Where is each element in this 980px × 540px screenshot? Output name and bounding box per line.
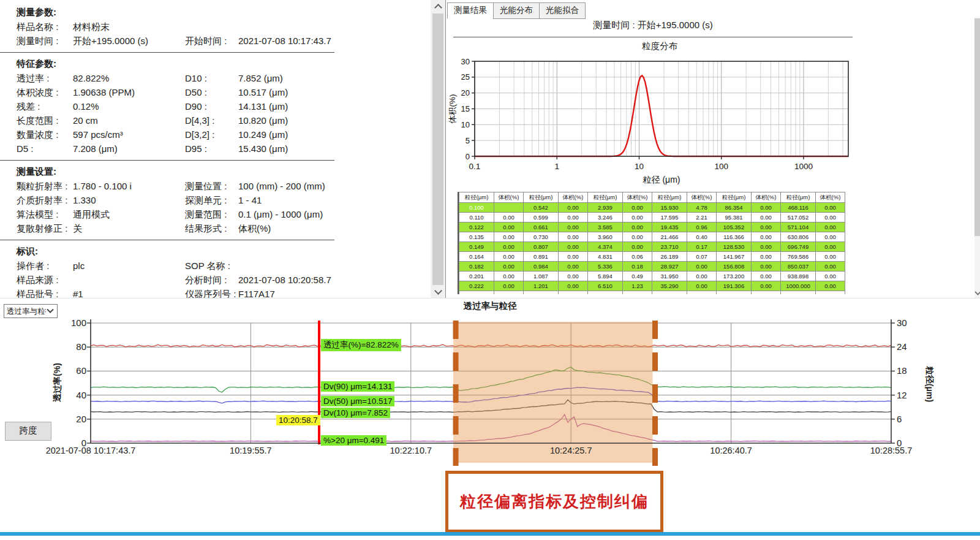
tab-测量结果[interactable]: 测量结果	[447, 2, 494, 19]
table-cell[interactable]: 0.00	[494, 272, 524, 281]
table-cell[interactable]: 850.037	[781, 262, 816, 272]
table-cell[interactable]: 0.00	[494, 291, 524, 295]
table-cell[interactable]: 0.00	[559, 272, 588, 281]
table-cell[interactable]: 0.00	[559, 281, 588, 291]
table-cell[interactable]: 0.00	[752, 272, 781, 281]
table-cell[interactable]: 0.00	[752, 252, 781, 262]
table-cell[interactable]: 0.201	[459, 272, 494, 281]
span-button[interactable]: 跨度	[5, 422, 51, 441]
table-cell[interactable]: 696.749	[781, 242, 816, 252]
table-cell[interactable]: 0.06	[623, 252, 652, 262]
table-cell[interactable]: 141.967	[717, 252, 752, 262]
table-cell[interactable]: 0.00	[752, 281, 781, 291]
table-cell[interactable]: 630.806	[781, 232, 816, 242]
table-cell[interactable]: 0.00	[494, 242, 524, 252]
table-cell[interactable]: 0.00	[816, 262, 845, 272]
table-cell[interactable]: 0.00	[816, 222, 845, 232]
table-cell[interactable]: 2.21	[687, 213, 717, 222]
table-cell[interactable]: 35.290	[652, 281, 687, 291]
table-cell[interactable]: 211.305	[717, 291, 752, 295]
table-cell[interactable]: 19.435	[652, 222, 687, 232]
tab-光能分布[interactable]: 光能分布	[493, 2, 540, 19]
table-cell[interactable]: 0.40	[687, 232, 717, 242]
table-cell[interactable]: 15.930	[652, 203, 687, 213]
table-cell[interactable]: 26.189	[652, 252, 687, 262]
table-cell[interactable]: 21.466	[652, 232, 687, 242]
table-cell[interactable]: 0.661	[524, 222, 559, 232]
table-cell[interactable]: 0.96	[687, 222, 717, 232]
highlight-region[interactable]	[453, 322, 652, 463]
table-cell[interactable]: 0.00	[494, 262, 524, 272]
scrollbar-thumb[interactable]	[974, 18, 980, 236]
table-cell[interactable]: 0.100	[459, 203, 494, 213]
table-cell[interactable]	[494, 203, 524, 213]
table-cell[interactable]: 0.891	[524, 252, 559, 262]
table-cell[interactable]: 0.164	[459, 252, 494, 262]
table-cell[interactable]: 156.808	[717, 262, 752, 272]
table-cell[interactable]: 0.00	[687, 281, 717, 291]
table-cell[interactable]: 0.222	[459, 281, 494, 291]
table-cell[interactable]: 0.00	[559, 262, 588, 272]
table-cell[interactable]: 0.00	[752, 291, 781, 295]
table-cell[interactable]: 0.00	[494, 252, 524, 262]
table-cell[interactable]: 468.116	[781, 203, 816, 213]
table-cell[interactable]: 4.374	[588, 242, 623, 252]
table-cell[interactable]: 1.326	[524, 291, 559, 295]
table-cell[interactable]: 4.831	[588, 252, 623, 262]
scroll-up-icon[interactable]	[434, 4, 442, 12]
table-cell[interactable]: 5.894	[588, 272, 623, 281]
table-cell[interactable]: 0.542	[524, 203, 559, 213]
table-cell[interactable]: 0.135	[459, 232, 494, 242]
table-cell[interactable]: 0.00	[494, 213, 524, 222]
table-cell[interactable]: 28.927	[652, 262, 687, 272]
table-cell[interactable]: 0.00	[623, 242, 652, 252]
table-cell[interactable]: 0.00	[494, 222, 524, 232]
table-cell[interactable]: 0.00	[816, 281, 845, 291]
table-cell[interactable]: 0.149	[459, 242, 494, 252]
table-cell[interactable]: 0.00	[752, 242, 781, 252]
table-cell[interactable]: 0.00	[559, 213, 588, 222]
scrollbar-thumb[interactable]	[432, 13, 443, 285]
table-cell[interactable]: 7.191	[588, 291, 623, 295]
table-cell[interactable]: 128.530	[717, 242, 752, 252]
table-cell[interactable]: 0.00	[623, 203, 652, 213]
table-cell[interactable]: 0.00	[559, 222, 588, 232]
table-cell[interactable]: 23.710	[652, 242, 687, 252]
table-cell[interactable]: 0.807	[524, 242, 559, 252]
scroll-down-icon[interactable]	[434, 287, 442, 295]
table-cell[interactable]: 938.898	[781, 272, 816, 281]
table-cell[interactable]: 0.00	[687, 291, 717, 295]
table-cell[interactable]: 86.354	[717, 203, 752, 213]
table-cell[interactable]: 0.00	[816, 272, 845, 281]
table-cell[interactable]: 0.00	[559, 232, 588, 242]
table-cell[interactable]: 3.960	[588, 232, 623, 242]
table-cell[interactable]: 95.381	[717, 213, 752, 222]
table-cell[interactable]: 105.352	[717, 222, 752, 232]
left-panel-scrollbar[interactable]	[431, 0, 445, 299]
table-cell[interactable]: 3.585	[588, 222, 623, 232]
table-cell[interactable]: 0.00	[752, 203, 781, 213]
table-cell[interactable]	[781, 291, 816, 295]
table-cell[interactable]: 0.599	[524, 213, 559, 222]
table-cell[interactable]: 0.182	[459, 262, 494, 272]
table-cell[interactable]: 0.00	[752, 222, 781, 232]
table-cell[interactable]: 0.00	[752, 232, 781, 242]
table-cell[interactable]: 0.18	[623, 262, 652, 272]
table-cell[interactable]: 1000.000	[781, 281, 816, 291]
table-cell[interactable]: 1.201	[524, 281, 559, 291]
table-cell[interactable]: 0.07	[687, 252, 717, 262]
table-cell[interactable]: 1.087	[524, 272, 559, 281]
table-cell[interactable]: 0.49	[623, 272, 652, 281]
table-cell[interactable]: 571.104	[781, 222, 816, 232]
tab-光能拟合[interactable]: 光能拟合	[539, 2, 586, 19]
table-cell[interactable]: 0.245	[459, 291, 494, 295]
table-cell[interactable]: 38.980	[652, 291, 687, 295]
table-cell[interactable]: 0.00	[623, 213, 652, 222]
table-cell[interactable]: 0.00	[816, 203, 845, 213]
table-cell[interactable]: 31.950	[652, 272, 687, 281]
table-cell[interactable]: 0.110	[459, 213, 494, 222]
right-panel-scrollbar[interactable]	[974, 17, 980, 299]
table-cell[interactable]: 0.17	[687, 242, 717, 252]
table-cell[interactable]	[816, 291, 845, 295]
table-cell[interactable]: 0.00	[752, 262, 781, 272]
